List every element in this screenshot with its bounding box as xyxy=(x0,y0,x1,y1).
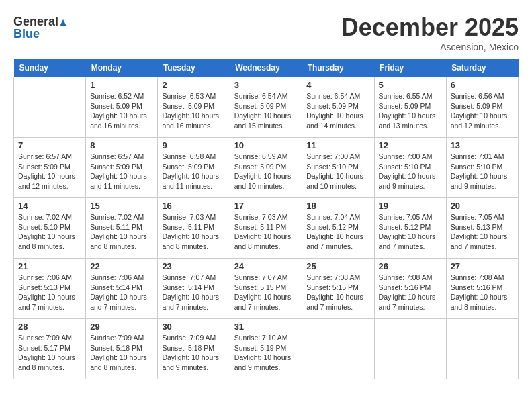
calendar-cell: 15Sunrise: 7:02 AMSunset: 5:11 PMDayligh… xyxy=(86,198,158,259)
day-info: Sunrise: 7:05 AMSunset: 5:13 PMDaylight:… xyxy=(451,212,514,252)
day-number: 2 xyxy=(162,80,225,90)
calendar-week-row: 28Sunrise: 7:09 AMSunset: 5:17 PMDayligh… xyxy=(14,319,519,379)
day-info: Sunrise: 7:09 AMSunset: 5:17 PMDaylight:… xyxy=(18,333,81,373)
calendar-cell: 2Sunrise: 6:53 AMSunset: 5:09 PMDaylight… xyxy=(158,77,230,138)
page-header: General ▴ Blue December 2025 Ascension, … xyxy=(13,13,519,52)
calendar-day-header: Thursday xyxy=(302,59,374,77)
day-number: 15 xyxy=(90,201,153,211)
calendar-week-row: 14Sunrise: 7:02 AMSunset: 5:10 PMDayligh… xyxy=(14,198,519,259)
calendar-table: SundayMondayTuesdayWednesdayThursdayFrid… xyxy=(13,59,519,379)
day-info: Sunrise: 6:55 AMSunset: 5:09 PMDaylight:… xyxy=(379,91,442,131)
logo-text-blue: Blue xyxy=(13,27,40,41)
day-number: 10 xyxy=(234,140,298,150)
calendar-day-header: Tuesday xyxy=(158,59,230,77)
calendar-cell: 30Sunrise: 7:09 AMSunset: 5:18 PMDayligh… xyxy=(158,319,230,379)
calendar-cell: 22Sunrise: 7:06 AMSunset: 5:14 PMDayligh… xyxy=(86,259,158,319)
calendar-cell: 5Sunrise: 6:55 AMSunset: 5:09 PMDaylight… xyxy=(374,77,446,138)
calendar-cell: 26Sunrise: 7:08 AMSunset: 5:16 PMDayligh… xyxy=(374,259,446,319)
day-info: Sunrise: 7:09 AMSunset: 5:18 PMDaylight:… xyxy=(90,333,153,373)
day-number: 6 xyxy=(451,80,514,90)
day-info: Sunrise: 7:03 AMSunset: 5:11 PMDaylight:… xyxy=(234,212,298,252)
day-info: Sunrise: 6:54 AMSunset: 5:09 PMDaylight:… xyxy=(234,91,298,131)
day-info: Sunrise: 7:02 AMSunset: 5:10 PMDaylight:… xyxy=(18,212,81,252)
day-info: Sunrise: 6:59 AMSunset: 5:09 PMDaylight:… xyxy=(234,152,298,191)
day-number: 28 xyxy=(18,322,81,332)
calendar-cell: 31Sunrise: 7:10 AMSunset: 5:19 PMDayligh… xyxy=(230,319,302,379)
day-number: 11 xyxy=(306,140,369,150)
calendar-week-row: 1Sunrise: 6:52 AMSunset: 5:09 PMDaylight… xyxy=(14,77,519,138)
calendar-cell: 6Sunrise: 6:56 AMSunset: 5:09 PMDaylight… xyxy=(446,77,518,138)
day-info: Sunrise: 7:06 AMSunset: 5:14 PMDaylight:… xyxy=(90,273,153,312)
day-info: Sunrise: 7:08 AMSunset: 5:16 PMDaylight:… xyxy=(451,273,514,312)
day-info: Sunrise: 7:08 AMSunset: 5:15 PMDaylight:… xyxy=(306,273,369,312)
calendar-day-header: Friday xyxy=(374,59,446,77)
calendar-week-row: 21Sunrise: 7:06 AMSunset: 5:13 PMDayligh… xyxy=(14,259,519,319)
day-number: 7 xyxy=(18,140,81,150)
day-info: Sunrise: 7:05 AMSunset: 5:12 PMDaylight:… xyxy=(379,212,442,252)
day-number: 17 xyxy=(234,201,298,211)
day-info: Sunrise: 6:57 AMSunset: 5:09 PMDaylight:… xyxy=(90,152,153,191)
calendar-cell: 7Sunrise: 6:57 AMSunset: 5:09 PMDaylight… xyxy=(14,138,86,198)
calendar-cell: 16Sunrise: 7:03 AMSunset: 5:11 PMDayligh… xyxy=(158,198,230,259)
day-info: Sunrise: 7:01 AMSunset: 5:10 PMDaylight:… xyxy=(451,152,514,191)
day-number: 14 xyxy=(18,201,81,211)
day-number: 23 xyxy=(162,261,225,271)
day-number: 13 xyxy=(451,140,514,150)
calendar-cell: 12Sunrise: 7:00 AMSunset: 5:10 PMDayligh… xyxy=(374,138,446,198)
day-number: 8 xyxy=(90,140,153,150)
calendar-cell: 17Sunrise: 7:03 AMSunset: 5:11 PMDayligh… xyxy=(230,198,302,259)
calendar-cell: 20Sunrise: 7:05 AMSunset: 5:13 PMDayligh… xyxy=(446,198,518,259)
calendar-cell xyxy=(14,77,86,138)
calendar-cell: 27Sunrise: 7:08 AMSunset: 5:16 PMDayligh… xyxy=(446,259,518,319)
logo: General ▴ Blue xyxy=(13,13,66,41)
calendar-cell: 29Sunrise: 7:09 AMSunset: 5:18 PMDayligh… xyxy=(86,319,158,379)
day-number: 30 xyxy=(162,322,225,332)
day-info: Sunrise: 7:00 AMSunset: 5:10 PMDaylight:… xyxy=(379,152,442,191)
day-info: Sunrise: 7:08 AMSunset: 5:16 PMDaylight:… xyxy=(379,273,442,312)
day-number: 16 xyxy=(162,201,225,211)
month-title: December 2025 xyxy=(341,13,519,42)
day-info: Sunrise: 6:54 AMSunset: 5:09 PMDaylight:… xyxy=(306,91,369,131)
calendar-cell xyxy=(302,319,374,379)
calendar-cell: 1Sunrise: 6:52 AMSunset: 5:09 PMDaylight… xyxy=(86,77,158,138)
day-info: Sunrise: 7:02 AMSunset: 5:11 PMDaylight:… xyxy=(90,212,153,252)
location-subtitle: Ascension, Mexico xyxy=(341,42,519,52)
day-info: Sunrise: 6:53 AMSunset: 5:09 PMDaylight:… xyxy=(162,91,225,131)
calendar-cell: 24Sunrise: 7:07 AMSunset: 5:15 PMDayligh… xyxy=(230,259,302,319)
day-number: 4 xyxy=(306,80,369,90)
day-number: 3 xyxy=(234,80,298,90)
day-info: Sunrise: 7:07 AMSunset: 5:14 PMDaylight:… xyxy=(162,273,225,312)
day-info: Sunrise: 7:06 AMSunset: 5:13 PMDaylight:… xyxy=(18,273,81,312)
calendar-cell: 4Sunrise: 6:54 AMSunset: 5:09 PMDaylight… xyxy=(302,77,374,138)
calendar-day-header: Monday xyxy=(86,59,158,77)
day-number: 31 xyxy=(234,322,298,332)
calendar-day-header: Saturday xyxy=(446,59,518,77)
day-number: 12 xyxy=(379,140,442,150)
calendar-cell: 28Sunrise: 7:09 AMSunset: 5:17 PMDayligh… xyxy=(14,319,86,379)
calendar-cell: 14Sunrise: 7:02 AMSunset: 5:10 PMDayligh… xyxy=(14,198,86,259)
calendar-cell: 13Sunrise: 7:01 AMSunset: 5:10 PMDayligh… xyxy=(446,138,518,198)
calendar-cell: 9Sunrise: 6:58 AMSunset: 5:09 PMDaylight… xyxy=(158,138,230,198)
day-info: Sunrise: 6:56 AMSunset: 5:09 PMDaylight:… xyxy=(451,91,514,131)
day-number: 22 xyxy=(90,261,153,271)
calendar-cell: 3Sunrise: 6:54 AMSunset: 5:09 PMDaylight… xyxy=(230,77,302,138)
day-info: Sunrise: 6:52 AMSunset: 5:09 PMDaylight:… xyxy=(90,91,153,131)
day-info: Sunrise: 7:03 AMSunset: 5:11 PMDaylight:… xyxy=(162,212,225,252)
calendar-cell: 11Sunrise: 7:00 AMSunset: 5:10 PMDayligh… xyxy=(302,138,374,198)
calendar-cell: 18Sunrise: 7:04 AMSunset: 5:12 PMDayligh… xyxy=(302,198,374,259)
calendar-cell: 8Sunrise: 6:57 AMSunset: 5:09 PMDaylight… xyxy=(86,138,158,198)
day-info: Sunrise: 6:57 AMSunset: 5:09 PMDaylight:… xyxy=(18,152,81,191)
day-info: Sunrise: 7:10 AMSunset: 5:19 PMDaylight:… xyxy=(234,333,298,373)
calendar-cell: 25Sunrise: 7:08 AMSunset: 5:15 PMDayligh… xyxy=(302,259,374,319)
calendar-cell: 19Sunrise: 7:05 AMSunset: 5:12 PMDayligh… xyxy=(374,198,446,259)
calendar-cell: 21Sunrise: 7:06 AMSunset: 5:13 PMDayligh… xyxy=(14,259,86,319)
calendar-cell xyxy=(446,319,518,379)
calendar-header-row: SundayMondayTuesdayWednesdayThursdayFrid… xyxy=(14,59,519,77)
day-number: 9 xyxy=(162,140,225,150)
day-number: 27 xyxy=(451,261,514,271)
day-number: 29 xyxy=(90,322,153,332)
day-number: 18 xyxy=(306,201,369,211)
day-info: Sunrise: 7:04 AMSunset: 5:12 PMDaylight:… xyxy=(306,212,369,252)
day-number: 5 xyxy=(379,80,442,90)
day-number: 26 xyxy=(379,261,442,271)
